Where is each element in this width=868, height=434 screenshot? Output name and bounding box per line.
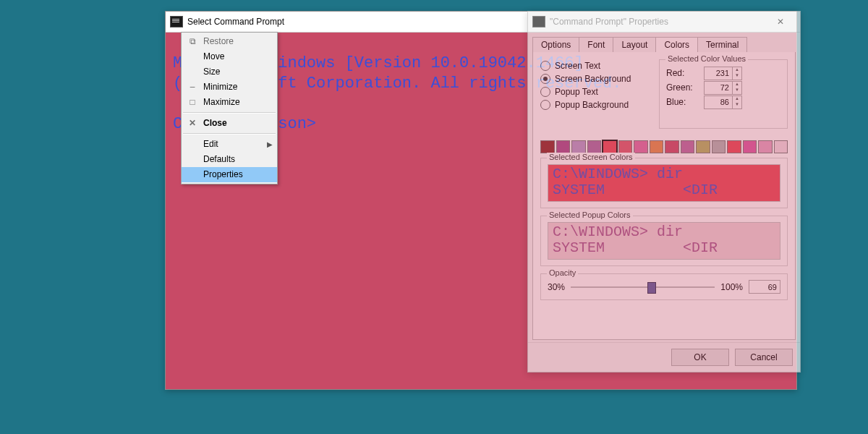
radio-dot-icon — [540, 74, 550, 84]
palette-swatch-13[interactable] — [743, 140, 757, 153]
menu-separator — [183, 112, 276, 114]
red-spinner[interactable]: 231▲▼ — [704, 67, 742, 80]
maximize-glyph-icon: □ — [186, 95, 199, 110]
menu-item-restore: ⧉Restore — [182, 34, 277, 49]
opacity-value: 69 — [749, 280, 780, 294]
radio-screen-text[interactable]: Screen Text — [540, 59, 652, 72]
props-footer: OK Cancel — [528, 342, 800, 372]
tab-terminal[interactable]: Terminal — [697, 37, 747, 52]
group-legend: Selected Screen Colors — [547, 153, 635, 161]
close-icon[interactable]: ✕ — [765, 12, 796, 32]
color-target-radios: Screen TextScreen BackgroundPopup TextPo… — [540, 59, 652, 136]
colors-panel: Screen TextScreen BackgroundPopup TextPo… — [532, 52, 796, 340]
menu-item-size[interactable]: Size — [182, 64, 277, 80]
red-label: Red: — [666, 68, 699, 78]
radio-label: Screen Background — [555, 74, 631, 84]
palette-swatch-8[interactable] — [665, 140, 679, 153]
menu-item-label: Edit — [203, 139, 218, 149]
blue-spinner[interactable]: 86▲▼ — [704, 95, 742, 109]
cmd-icon — [170, 16, 183, 27]
menu-item-edit[interactable]: Edit▶ — [182, 137, 277, 152]
green-label: Green: — [666, 82, 699, 93]
opacity-min-label: 30% — [548, 282, 565, 292]
cancel-button[interactable]: Cancel — [735, 349, 793, 366]
radio-popup-text[interactable]: Popup Text — [540, 85, 652, 98]
props-titlebar[interactable]: "Command Prompt" Properties ✕ — [528, 12, 800, 33]
menu-item-minimize[interactable]: –Minimize — [182, 80, 277, 95]
tab-font[interactable]: Font — [579, 37, 613, 52]
cmd-icon — [532, 16, 545, 27]
palette-swatch-12[interactable] — [727, 140, 741, 153]
menu-item-label: Size — [203, 67, 220, 77]
group-legend: Opacity — [547, 268, 578, 277]
menu-item-defaults[interactable]: Defaults — [182, 152, 277, 167]
radio-label: Screen Text — [555, 61, 600, 71]
cmd-properties-dialog[interactable]: "Command Prompt" Properties ✕ OptionsFon… — [527, 11, 801, 373]
palette-swatch-7[interactable] — [650, 140, 664, 153]
menu-separator — [183, 133, 276, 135]
props-body: OptionsFontLayoutColorsTerminal Screen T… — [532, 36, 796, 340]
palette-swatch-10[interactable] — [696, 140, 710, 153]
blue-label: Blue: — [666, 97, 699, 107]
submenu-arrow-icon: ▶ — [267, 137, 273, 152]
popup-preview: C:\WINDOWS> dir SYSTEM <DIR — [548, 222, 780, 260]
palette-swatch-1[interactable] — [556, 140, 571, 153]
radio-dot-icon — [540, 61, 550, 71]
screen-preview: C:\WINDOWS> dir SYSTEM <DIR — [548, 164, 780, 202]
menu-item-maximize[interactable]: □Maximize — [182, 95, 277, 110]
menu-item-close[interactable]: ✕Close — [182, 116, 277, 131]
props-title: "Command Prompt" Properties — [550, 17, 765, 27]
palette-swatch-5[interactable] — [618, 140, 633, 153]
tab-options[interactable]: Options — [532, 37, 579, 52]
opacity-max-label: 100% — [720, 282, 743, 292]
opacity-group: Opacity 30% 100% 69 — [540, 273, 788, 300]
tab-colors[interactable]: Colors — [655, 37, 698, 52]
group-legend: Selected Color Values — [665, 54, 748, 63]
minimize-glyph-icon: – — [186, 80, 199, 95]
restore-glyph-icon: ⧉ — [186, 34, 199, 49]
menu-item-label: Defaults — [203, 154, 235, 164]
palette-swatch-6[interactable] — [634, 140, 648, 153]
palette-swatch-3[interactable] — [587, 140, 602, 153]
radio-dot-icon — [540, 87, 550, 97]
radio-screen-background[interactable]: Screen Background — [540, 72, 652, 85]
window-system-menu[interactable]: ⧉RestoreMoveSize–Minimize□Maximize✕Close… — [181, 32, 278, 184]
palette-swatch-0[interactable] — [540, 140, 555, 153]
menu-item-move[interactable]: Move — [182, 49, 277, 64]
radio-label: Popup Background — [555, 100, 629, 110]
color-palette — [540, 140, 788, 153]
palette-swatch-15[interactable] — [774, 140, 788, 153]
radio-dot-icon — [540, 100, 550, 110]
radio-label: Popup Text — [555, 87, 598, 97]
menu-item-label: Maximize — [203, 97, 240, 107]
green-spinner[interactable]: 72▲▼ — [704, 81, 742, 95]
palette-swatch-4[interactable] — [603, 140, 617, 153]
close-glyph-icon: ✕ — [186, 116, 199, 131]
radio-popup-background[interactable]: Popup Background — [540, 98, 652, 111]
menu-item-label: Minimize — [203, 82, 237, 92]
palette-swatch-14[interactable] — [758, 140, 773, 153]
props-tabstrip: OptionsFontLayoutColorsTerminal — [532, 36, 796, 53]
ok-button[interactable]: OK — [671, 349, 729, 366]
menu-item-label: Restore — [203, 36, 234, 46]
menu-item-label: Close — [203, 118, 227, 128]
selected-popup-colors-group: Selected Popup Colors C:\WINDOWS> dir SY… — [540, 216, 788, 266]
opacity-slider[interactable] — [571, 281, 715, 294]
menu-item-label: Properties — [203, 169, 243, 179]
palette-swatch-11[interactable] — [712, 140, 726, 153]
cmd-title: Select Command Prompt — [187, 17, 284, 27]
selected-color-values-group: Selected Color Values Red:231▲▼ Green:72… — [659, 59, 788, 129]
tab-layout[interactable]: Layout — [613, 37, 656, 52]
selected-screen-colors-group: Selected Screen Colors C:\WINDOWS> dir S… — [540, 158, 788, 208]
menu-item-properties[interactable]: Properties — [182, 167, 277, 182]
menu-item-label: Move — [203, 51, 224, 61]
palette-swatch-9[interactable] — [681, 140, 695, 153]
group-legend: Selected Popup Colors — [547, 210, 633, 219]
palette-swatch-2[interactable] — [571, 140, 586, 153]
